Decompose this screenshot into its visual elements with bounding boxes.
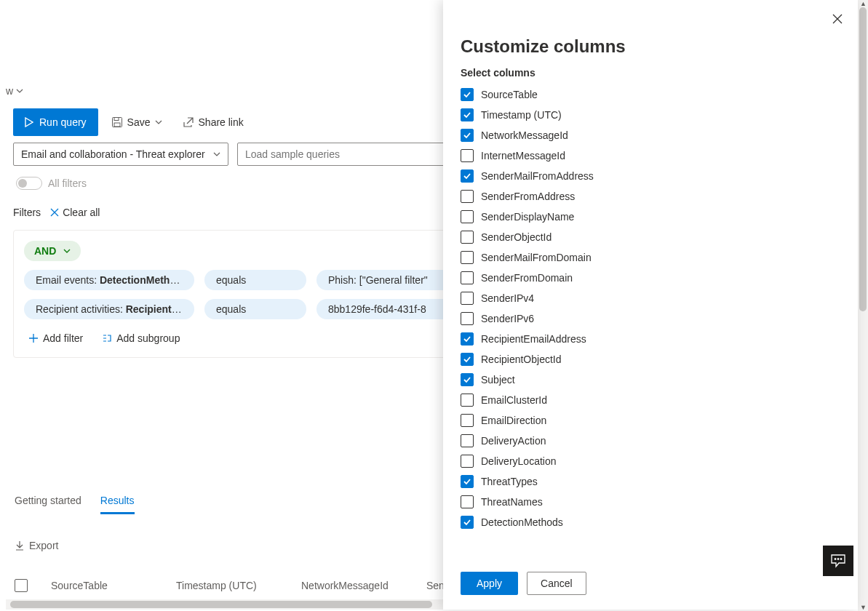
column-item[interactable]: RecipientObjectId <box>461 349 840 370</box>
column-item[interactable]: EmailClusterId <box>461 390 840 410</box>
column-label: DetectionMethods <box>481 516 563 528</box>
column-item[interactable]: SenderObjectId <box>461 227 840 247</box>
scrollbar-thumb[interactable] <box>859 7 867 311</box>
column-checkbox[interactable] <box>461 88 474 101</box>
column-checkbox[interactable] <box>461 332 474 346</box>
column-item[interactable]: DetectionMethods <box>461 512 840 532</box>
col-sourcetable[interactable]: SourceTable <box>51 580 153 591</box>
column-item[interactable]: Timestamp (UTC) <box>461 105 840 125</box>
column-checkbox[interactable] <box>461 495 474 508</box>
column-item[interactable]: SenderIPv6 <box>461 308 840 329</box>
tab-getting-started[interactable]: Getting started <box>15 495 81 514</box>
save-button[interactable]: Save <box>104 108 170 136</box>
filter-val-pill[interactable]: 8bb129fe-f6d4-431f-8 <box>316 299 462 319</box>
column-item[interactable]: ThreatTypes <box>461 471 840 492</box>
column-label: SenderMailFromAddress <box>481 170 594 182</box>
column-item[interactable]: InternetMessageId <box>461 145 840 166</box>
checkmark-icon <box>463 375 471 384</box>
checkmark-icon <box>463 131 471 140</box>
add-subgroup-button[interactable]: Add subgroup <box>97 330 184 347</box>
filter-field-pill[interactable]: Recipient activities: RecipientObj... <box>24 299 194 319</box>
all-filters-toggle[interactable] <box>16 177 42 190</box>
all-filters-label: All filters <box>48 177 87 189</box>
select-all-checkbox[interactable] <box>15 579 28 592</box>
column-checkbox[interactable] <box>461 169 474 183</box>
column-checkbox[interactable] <box>461 434 474 447</box>
column-checkbox[interactable] <box>461 271 474 284</box>
column-label: Timestamp (UTC) <box>481 109 562 121</box>
column-checkbox[interactable] <box>461 251 474 264</box>
scroll-down-arrow[interactable]: ▼ <box>860 604 867 611</box>
checkmark-icon <box>463 90 471 99</box>
column-checkbox[interactable] <box>461 312 474 325</box>
scrollbar-thumb[interactable] <box>10 601 432 608</box>
filter-op-pill[interactable]: equals <box>204 270 306 290</box>
share-link-button[interactable]: Share link <box>175 108 251 136</box>
export-button[interactable]: Export <box>15 540 58 551</box>
plus-icon <box>28 333 39 343</box>
apply-button[interactable]: Apply <box>461 572 518 595</box>
column-item[interactable]: ThreatNames <box>461 492 840 512</box>
run-query-button[interactable]: Run query <box>13 108 98 136</box>
and-operator-pill[interactable]: AND <box>24 241 81 261</box>
column-item[interactable]: DeliveryAction <box>461 431 840 451</box>
svg-point-5 <box>840 559 842 560</box>
column-label: SenderDisplayName <box>481 211 574 223</box>
column-checkbox[interactable] <box>461 394 474 407</box>
add-filter-button[interactable]: Add filter <box>24 330 87 347</box>
column-checkbox[interactable] <box>461 190 474 203</box>
column-item[interactable]: SenderMailFromDomain <box>461 247 840 268</box>
column-item[interactable]: SenderIPv4 <box>461 288 840 308</box>
column-checkbox[interactable] <box>461 108 474 121</box>
column-item[interactable]: SenderDisplayName <box>461 207 840 227</box>
filter-val-pill[interactable]: Phish: ["General filter" <box>316 270 462 290</box>
column-item[interactable]: SenderFromAddress <box>461 186 840 207</box>
clear-all-button[interactable]: Clear all <box>49 207 100 218</box>
scroll-up-arrow[interactable]: ▲ <box>860 0 867 7</box>
share-icon <box>183 116 194 128</box>
breadcrumb-text: w <box>6 85 13 97</box>
column-label: SenderObjectId <box>481 231 552 243</box>
column-checkbox[interactable] <box>461 210 474 223</box>
column-checkbox[interactable] <box>461 414 474 427</box>
column-checkbox[interactable] <box>461 516 474 529</box>
column-checkbox[interactable] <box>461 231 474 244</box>
save-icon <box>111 116 123 128</box>
column-checkbox[interactable] <box>461 149 474 162</box>
filters-title: Filters <box>13 207 41 218</box>
column-label: InternetMessageId <box>481 150 565 161</box>
feedback-button[interactable] <box>823 546 853 576</box>
column-item[interactable]: EmailDirection <box>461 410 840 431</box>
column-label: SenderIPv4 <box>481 292 534 304</box>
col-networkmessageid[interactable]: NetworkMessageId <box>301 580 403 591</box>
column-label: ThreatNames <box>481 496 543 508</box>
column-item[interactable]: SourceTable <box>461 84 840 105</box>
panel-close-button[interactable] <box>829 10 846 30</box>
column-checkbox[interactable] <box>461 373 474 386</box>
checkmark-icon <box>463 172 471 180</box>
column-checkbox[interactable] <box>461 292 474 305</box>
source-select[interactable]: Email and collaboration - Threat explore… <box>13 143 228 166</box>
column-checkbox[interactable] <box>461 475 474 488</box>
column-item[interactable]: DeliveryLocation <box>461 451 840 471</box>
column-checkbox[interactable] <box>461 353 474 366</box>
column-label: SenderFromDomain <box>481 272 573 284</box>
column-item[interactable]: NetworkMessageId <box>461 125 840 145</box>
cancel-button[interactable]: Cancel <box>527 572 586 595</box>
column-checkbox[interactable] <box>461 129 474 142</box>
vertical-scrollbar[interactable]: ▲ ▼ <box>858 0 868 611</box>
panel-title: Customize columns <box>443 0 858 64</box>
column-item[interactable]: RecipientEmailAddress <box>461 329 840 349</box>
column-item[interactable]: SenderMailFromAddress <box>461 166 840 186</box>
tab-results[interactable]: Results <box>100 495 135 514</box>
column-checkbox[interactable] <box>461 455 474 468</box>
filter-op-pill[interactable]: equals <box>204 299 306 319</box>
checkmark-icon <box>463 518 471 527</box>
breadcrumb-trunc: w <box>6 85 23 97</box>
chevron-down-icon <box>16 87 23 95</box>
column-label: SenderIPv6 <box>481 313 534 324</box>
column-item[interactable]: Subject <box>461 370 840 390</box>
col-timestamp[interactable]: Timestamp (UTC) <box>176 580 278 591</box>
column-item[interactable]: SenderFromDomain <box>461 268 840 288</box>
filter-field-pill[interactable]: Email events: DetectionMethods <box>24 270 194 290</box>
